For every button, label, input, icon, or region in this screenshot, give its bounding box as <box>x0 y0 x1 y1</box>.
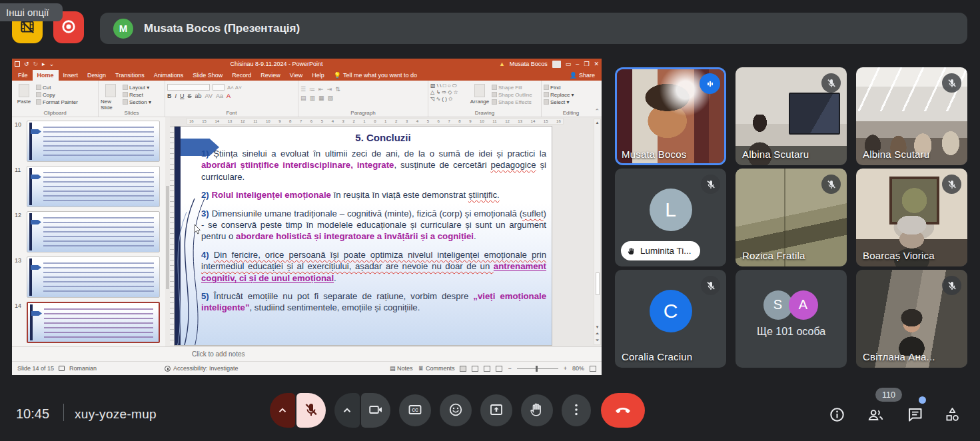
ruler-number: 0 <box>374 119 376 123</box>
slide-canvas[interactable]: 5. Concluzii 1) Știința sinelui a evolua… <box>175 127 552 345</box>
font-size-box[interactable] <box>213 84 225 91</box>
share-button[interactable]: 👤 Share <box>563 70 602 81</box>
language-indicator[interactable]: Romanian <box>69 365 97 372</box>
notes-toggle[interactable]: ▤ Notes <box>390 365 413 372</box>
text-segment: , susținute de cercetări <box>394 160 490 170</box>
slide-thumbnail-12[interactable] <box>27 211 160 252</box>
copy-button[interactable]: Copy <box>36 92 78 98</box>
presentation-banner[interactable]: M Musata Bocos (Презентація) <box>100 13 967 44</box>
participant-tile-rozica-fratila[interactable]: Rozica Fratila <box>735 169 847 266</box>
restore-icon[interactable]: ❒ <box>584 61 589 67</box>
undo-icon[interactable]: ↺ <box>24 61 29 67</box>
tab-insert[interactable]: Insert <box>59 70 83 81</box>
save-icon[interactable] <box>15 61 20 67</box>
participant-count-badge: 110 <box>875 388 902 402</box>
qat-customize-icon[interactable]: ⌄ <box>49 61 55 67</box>
notes-pane[interactable]: Click to add notes <box>12 346 602 361</box>
participant-name: Boarcaș Viorica <box>863 250 935 261</box>
accessibility-status[interactable]: Accessibility: Investigate <box>173 365 239 372</box>
participant-tile-coralia-craciun[interactable]: CCoralia Craciun <box>615 270 726 368</box>
camera-toggle-button[interactable] <box>361 393 390 428</box>
minimize-icon[interactable]: – <box>576 61 579 67</box>
thumbnail-slide-number: 13 <box>15 256 27 298</box>
ribbon-display-options-icon[interactable]: ▭ <box>566 61 572 67</box>
mic-options-button[interactable] <box>270 393 295 428</box>
camera-options-button[interactable] <box>334 393 360 428</box>
participant-tile-musata-bocos[interactable]: Musata Bocos <box>615 67 726 165</box>
tab-home[interactable]: Home <box>33 70 59 81</box>
tab-review[interactable]: Review <box>256 70 285 81</box>
slide-thumbnail-13[interactable] <box>27 256 160 298</box>
present-button[interactable] <box>480 394 512 426</box>
tab-file[interactable]: File <box>13 70 33 81</box>
select-button[interactable]: Select ▾ <box>544 99 598 105</box>
reactions-button[interactable] <box>440 394 472 426</box>
font-name-box[interactable] <box>167 84 210 91</box>
replace-button[interactable]: Replace ▾ <box>544 92 598 98</box>
comments-toggle[interactable]: 🗏 Comments <box>418 365 454 372</box>
slide-thumbnail-14[interactable] <box>27 302 160 343</box>
shape-outline-button[interactable]: Shape Outline <box>492 92 532 98</box>
section-button[interactable]: Section ▾ <box>123 99 151 105</box>
font-format-buttons[interactable]: BIUSabAVAaA <box>167 93 296 99</box>
list-indent-buttons[interactable]: ☰≔⇤⇥⇅ <box>300 86 426 93</box>
meeting-details-button[interactable] <box>823 402 850 429</box>
slide-thumbnail-10[interactable] <box>27 121 160 162</box>
slide-point: 2) Rolul inteligenței emoționale în reuș… <box>201 189 546 201</box>
slide-thumbnail-11[interactable] <box>27 166 160 207</box>
people-panel-button[interactable] <box>862 402 889 429</box>
participant-tile-boarcas-viorica[interactable]: Boarcaș Viorica <box>856 169 967 266</box>
participant-tile-albina-scutaru-2[interactable]: Albina Scutaru <box>856 67 967 165</box>
tab-slideshow[interactable]: Slide Show <box>188 70 227 81</box>
participant-tile-svitlana[interactable]: Світлана Ана... <box>856 270 967 368</box>
reset-button[interactable]: Reset <box>123 92 151 98</box>
mic-toggle-button[interactable] <box>296 393 326 428</box>
mic-muted-badge <box>701 276 720 295</box>
ruler-number: 4 <box>332 119 334 123</box>
participant-tile-albina-scutaru-1[interactable]: Albina Scutaru <box>735 67 847 165</box>
tab-view[interactable]: View <box>285 70 307 81</box>
redo-icon[interactable]: ↻ <box>33 61 39 67</box>
slide-scrollbar[interactable]: ▴▾⏶⏷ <box>594 119 601 345</box>
zoom-level[interactable]: 80% <box>572 365 584 372</box>
spellcheck-book-icon[interactable] <box>59 366 65 371</box>
raise-hand-button[interactable] <box>521 394 553 426</box>
zoom-slider[interactable] <box>517 368 558 369</box>
normal-view-icon[interactable] <box>460 366 466 372</box>
shape-effects-button[interactable]: Shape Effects <box>492 99 532 105</box>
zoom-in-icon[interactable]: + <box>564 365 567 372</box>
ppt-ribbon: Paste Cut Copy Format Painter Clipboard … <box>12 81 602 117</box>
tell-me-box[interactable]: 💡 Tell me what you want to do <box>329 70 422 81</box>
participant-tile-luminita[interactable]: LLuminita Ti... <box>615 169 726 266</box>
format-painter-button[interactable]: Format Painter <box>36 99 78 105</box>
activities-panel-button[interactable] <box>939 402 965 429</box>
more-options-button[interactable] <box>562 394 591 426</box>
shape-fill-button[interactable]: Shape Fill <box>492 85 532 91</box>
find-button[interactable]: Find <box>544 85 598 91</box>
captions-button[interactable]: CC <box>399 394 431 426</box>
chat-panel-button[interactable] <box>901 402 928 429</box>
collapse-ribbon-icon[interactable]: ⌃ <box>594 108 600 115</box>
tab-record[interactable]: Record <box>227 70 256 81</box>
slide-editing-area: 1615141312111098765432101234567891011121… <box>170 117 602 346</box>
point-number: 5) <box>201 291 214 301</box>
align-buttons[interactable]: ▤▥▦▧ <box>300 95 426 101</box>
slide-sorter-view-icon[interactable] <box>472 366 478 372</box>
cut-button[interactable]: Cut <box>36 85 78 91</box>
slideshow-view-icon[interactable] <box>496 366 502 372</box>
layout-button[interactable]: Layout ▾ <box>123 85 151 91</box>
start-slideshow-icon[interactable]: ▸ <box>42 61 45 67</box>
reading-view-icon[interactable] <box>484 366 490 372</box>
tab-help[interactable]: Help <box>307 70 329 81</box>
fit-slide-icon[interactable] <box>590 366 596 372</box>
thumbnail-scrollbar[interactable] <box>165 117 170 346</box>
participant-tile-more-people[interactable]: SAЩе 101 особа <box>735 270 847 368</box>
tab-design[interactable]: Design <box>83 70 111 81</box>
ppt-account-avatar[interactable] <box>552 61 561 68</box>
zoom-out-icon[interactable]: − <box>508 365 511 372</box>
hand-icon <box>529 402 545 420</box>
tab-transitions[interactable]: Transitions <box>111 70 149 81</box>
leave-call-button[interactable] <box>601 393 645 428</box>
tab-animations[interactable]: Animations <box>149 70 189 81</box>
close-icon[interactable]: ✕ <box>594 61 599 67</box>
